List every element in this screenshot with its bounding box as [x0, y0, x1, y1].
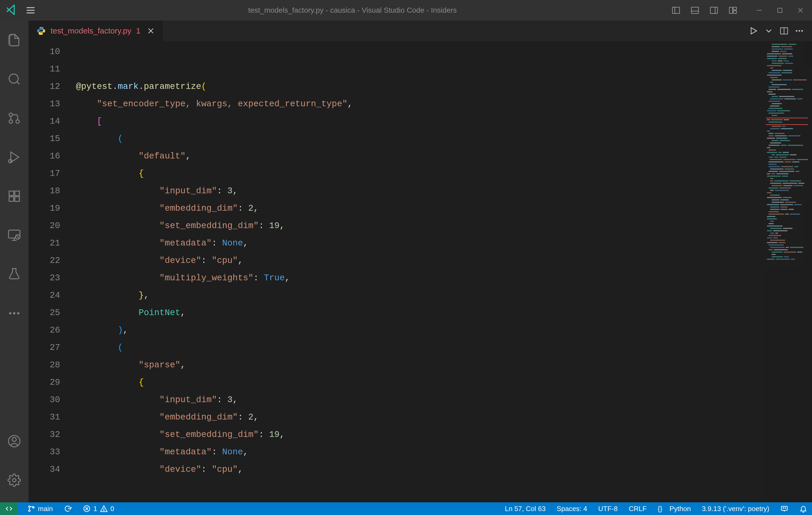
code-line[interactable]: },: [76, 287, 812, 304]
status-interpreter[interactable]: 3.9.13 ('.venv': poetry): [700, 505, 771, 513]
minimap[interactable]: [762, 41, 812, 502]
layout-sidebar-right-icon[interactable]: [707, 3, 721, 17]
status-encoding[interactable]: UTF-8: [597, 505, 619, 513]
layout-panel-bottom-icon[interactable]: [688, 3, 702, 17]
svg-rect-9: [729, 7, 733, 13]
status-language[interactable]: {} Python: [656, 505, 693, 513]
code-line[interactable]: "sparse",: [76, 356, 812, 374]
code-line[interactable]: @pytest.mark.parametrize(: [76, 78, 812, 95]
code-line[interactable]: "input_dim": 3,: [76, 182, 812, 200]
layout-sidebar-left-icon[interactable]: [669, 3, 683, 17]
code-line[interactable]: "set_embedding_dim": 19,: [76, 217, 812, 235]
line-number: 29: [28, 374, 60, 391]
svg-point-20: [9, 120, 13, 123]
status-cursor[interactable]: Ln 57, Col 63: [503, 505, 547, 513]
code-line[interactable]: ),: [76, 322, 812, 339]
tab-close-icon[interactable]: [147, 27, 155, 35]
code-line[interactable]: "metadata": None,: [76, 235, 812, 252]
split-editor-icon[interactable]: [779, 26, 789, 36]
svg-point-51: [28, 510, 30, 511]
svg-point-58: [783, 508, 784, 508]
status-notifications-icon[interactable]: [798, 505, 809, 513]
status-bar: main 1 0 Ln 57, Col 63 Spaces: 4 UTF-8 C…: [0, 502, 812, 515]
customize-layout-icon[interactable]: [726, 3, 740, 17]
status-feedback-icon[interactable]: [779, 505, 790, 513]
vscode-logo-icon: [5, 3, 18, 17]
tab-active[interactable]: test_models_factory.py 1: [28, 21, 163, 41]
extensions-icon[interactable]: [0, 182, 28, 210]
explorer-icon[interactable]: [0, 26, 28, 54]
run-icon[interactable]: [749, 26, 758, 36]
code-line[interactable]: "set_embedding_dim": 19,: [76, 426, 812, 444]
svg-line-17: [17, 82, 19, 84]
svg-point-16: [9, 74, 19, 83]
line-number: 21: [28, 235, 60, 252]
line-number: 12: [28, 78, 60, 95]
line-number-gutter: 1011121314151617181920212223242526272829…: [28, 41, 76, 502]
svg-point-49: [28, 506, 30, 507]
line-number: 13: [28, 95, 60, 113]
svg-rect-13: [778, 8, 782, 12]
svg-rect-3: [672, 7, 680, 13]
close-icon[interactable]: [794, 4, 807, 17]
svg-point-22: [8, 160, 12, 163]
svg-point-34: [13, 312, 16, 315]
editor-content[interactable]: 1011121314151617181920212223242526272829…: [28, 41, 812, 502]
status-branch[interactable]: main: [26, 505, 54, 513]
svg-rect-5: [692, 7, 699, 13]
code-line[interactable]: PointNet,: [76, 304, 812, 322]
source-control-icon[interactable]: [0, 104, 28, 133]
code-line[interactable]: "device": "cpu",: [76, 461, 812, 478]
line-number: 23: [28, 269, 60, 287]
code-line[interactable]: [: [76, 113, 812, 130]
code-line[interactable]: "embedding_dim": 2,: [76, 409, 812, 426]
code-line[interactable]: "metadata": None,: [76, 444, 812, 461]
warning-count: 0: [111, 505, 114, 513]
code-line[interactable]: "embedding_dim": 2,: [76, 200, 812, 217]
code-line[interactable]: "multiply_weights": True,: [76, 269, 812, 287]
status-problems[interactable]: 1 0: [81, 505, 116, 513]
line-number: 22: [28, 252, 60, 269]
line-number: 10: [28, 43, 60, 61]
code-line[interactable]: (: [76, 339, 812, 356]
menu-icon[interactable]: [25, 5, 36, 16]
code-line[interactable]: [76, 43, 812, 61]
code-view[interactable]: @pytest.mark.parametrize( "set_encoder_t…: [76, 41, 812, 502]
settings-gear-icon[interactable]: [0, 466, 28, 494]
more-icon[interactable]: [0, 299, 28, 327]
search-icon[interactable]: [0, 65, 28, 93]
code-line[interactable]: "set_encoder_type, kwargs, expected_retu…: [76, 95, 812, 113]
code-line[interactable]: {: [76, 374, 812, 391]
minimize-icon[interactable]: [753, 4, 765, 17]
status-sync[interactable]: [62, 505, 73, 513]
remote-explorer-icon[interactable]: [0, 221, 28, 250]
svg-point-19: [16, 120, 20, 123]
svg-rect-26: [15, 191, 19, 196]
testing-icon[interactable]: [0, 260, 28, 288]
svg-rect-7: [710, 7, 718, 13]
svg-point-33: [9, 312, 11, 315]
code-line[interactable]: "default",: [76, 148, 812, 165]
tab-dirty-indicator: 1: [136, 26, 141, 35]
line-number: 26: [28, 322, 60, 339]
svg-point-40: [42, 33, 43, 34]
status-eol[interactable]: CRLF: [627, 505, 648, 513]
line-number: 20: [28, 217, 60, 235]
code-line[interactable]: [76, 61, 812, 78]
svg-rect-10: [733, 7, 736, 10]
accounts-icon[interactable]: [0, 427, 28, 455]
code-line[interactable]: "input_dim": 3,: [76, 391, 812, 409]
code-line[interactable]: "device": "cpu",: [76, 252, 812, 269]
line-number: 19: [28, 200, 60, 217]
code-line[interactable]: (: [76, 130, 812, 148]
more-actions-icon[interactable]: [794, 26, 804, 36]
run-debug-icon[interactable]: [0, 143, 28, 171]
window-title: test_models_factory.py - causica - Visua…: [36, 6, 669, 15]
maximize-icon[interactable]: [774, 4, 786, 17]
remote-indicator[interactable]: [0, 502, 18, 515]
run-chevron-icon[interactable]: [764, 26, 774, 36]
code-line[interactable]: {: [76, 165, 812, 182]
line-number: 18: [28, 182, 60, 200]
line-number: 34: [28, 461, 60, 478]
status-indent[interactable]: Spaces: 4: [555, 505, 589, 513]
